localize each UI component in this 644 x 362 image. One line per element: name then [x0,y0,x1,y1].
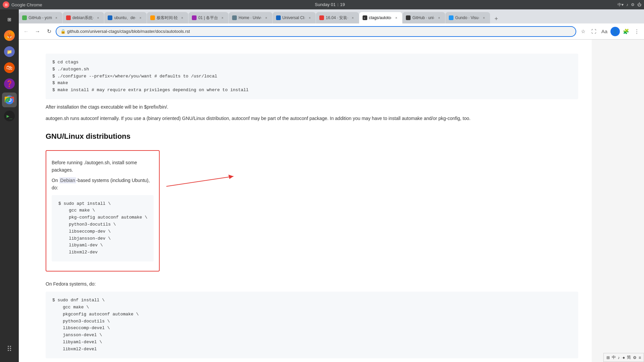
tab-close-10[interactable]: × [436,15,442,20]
tab-close-8[interactable]: × [350,15,356,20]
tab-label: Universal Ct· [282,15,306,20]
tab-label: GitHub - ycm [29,15,52,20]
ime-menu-icon[interactable]: ≡ [639,355,641,360]
tab-bar: GitHub - ycm × debian系统· × ubuntu、de· × … [19,9,644,23]
top-commands-block: $ cd ctags $ ./autogen.sh $ ./configure … [46,54,578,99]
extension-icon[interactable]: 🧩 [621,27,631,36]
account-icon[interactable]: 👤 [610,27,620,36]
annotation-arrow [166,146,247,202]
back-button[interactable]: ← [21,27,31,36]
ime-grid-icon[interactable]: ⊞ [606,355,610,360]
fedora-note: On Fedora systems, do: [46,280,578,288]
debian-note: On Debian-based systems (including Ubunt… [52,177,154,192]
tab-close-7[interactable]: × [307,15,312,20]
tab-close-4[interactable]: × [179,15,185,20]
ime-settings-icon[interactable]: ⚙ [633,355,637,360]
fedora-commands-block: $ sudo dnf install \ gcc make \ pkgconfi… [46,292,578,358]
tab-gundo[interactable]: Gundo · Visu· × [445,12,490,23]
tab-label: ubuntu、de· [114,15,136,21]
section-gnu-linux-title: GNU/Linux distributions [46,130,578,142]
tab-home[interactable]: Home · Univ· × [229,12,272,23]
tab-label: Gundo · Visu· [455,15,480,20]
fedora-commands-text: $ sudo dnf install \ gcc make \ pkgconfi… [52,297,572,353]
dock-appstore[interactable]: 🛍 [2,60,17,75]
forward-button[interactable]: → [33,27,42,36]
tab-label: ctags/autoto· [369,15,392,20]
para-autogen: autogen.sh runs autoconf internally. If … [46,115,578,122]
url-bar[interactable]: 🔒 github.com/universal-ctags/ctags/blob/… [56,26,576,37]
tab-close-5[interactable]: × [220,15,225,20]
os-bar: ⊞ Google Chrome Sunday 01：19 中▾ ♪ ⚙ ⏻ [0,0,644,9]
commands-text: $ cd ctags $ ./autogen.sh $ ./configure … [52,59,572,94]
tab-close-1[interactable]: × [54,15,59,20]
application-dock: ⊞ 🦊 📁 🛍 ❓ ▶_ ⠿ [0,9,19,362]
tab-close-3[interactable]: × [138,15,143,20]
fullscreen-icon[interactable]: ⛶ [589,27,598,36]
os-bar-left: ⊞ Google Chrome [3,1,42,8]
tab-close-6[interactable]: × [264,15,269,20]
translate-icon[interactable]: Aa [600,27,609,36]
lock-icon: 🔒 [60,29,66,34]
system-tray: 中▾ ♪ ⚙ ⏻ [618,2,641,8]
dock-activities[interactable]: ⊞ [2,12,17,27]
ime-toolbar: ⊞ 中 ♪ ·♦ 简 ⚙ ≡ [603,353,644,362]
svg-text:c: c [364,17,365,19]
network-icon[interactable]: ⚙ [631,2,635,7]
tab-github-uni[interactable]: GitHub · uni· × [402,12,445,23]
tab-01[interactable]: 01 | 各平台 × [189,12,228,23]
activities-icon[interactable]: ⊞ [3,1,9,8]
tab-github-ycm[interactable]: GitHub - ycm × [19,12,62,23]
bookmark-icon[interactable]: ☆ [578,27,588,36]
tab-close-11[interactable]: × [481,15,487,20]
power-icon[interactable]: ⏻ [637,2,641,7]
tab-label: 极客时间·轻 [157,15,178,21]
url-text: github.com/universal-ctags/ctags/blob/ma… [67,29,190,34]
dock-chrome[interactable] [2,93,17,107]
tab-label: 16.04 · 安装· [326,15,348,21]
tab-close-9[interactable]: × [393,15,399,20]
new-tab-button[interactable]: + [492,14,501,23]
volume-icon[interactable]: ♪ [626,2,628,7]
svg-line-5 [166,176,233,186]
clock: Sunday 01：19 [315,2,345,8]
refresh-button[interactable]: ↻ [44,27,54,36]
dock-show-apps[interactable]: ⠿ [2,342,17,357]
tab-ubuntu[interactable]: ubuntu、de· × [104,12,146,23]
debian-intro: Before running ./autogen.sh, install som… [52,159,154,174]
input-method[interactable]: 中▾ [618,2,624,8]
debian-highlighted-box: Before running ./autogen.sh, install som… [46,150,160,272]
ime-simplified-icon[interactable]: 简 [627,355,631,360]
tab-label: debian系统· [72,15,94,21]
app-name: Google Chrome [11,2,42,7]
tab-close-2[interactable]: × [95,15,101,20]
dock-firefox[interactable]: 🦊 [2,28,17,43]
debian-section: Before running ./autogen.sh, install som… [46,146,578,276]
tab-1604[interactable]: 16.04 · 安装· × [316,12,359,23]
ime-chinese-icon[interactable]: 中 [612,355,616,360]
tab-label: Home · Univ· [238,15,262,20]
para-prefix: After installation the ctags executable … [46,103,578,111]
dock-help[interactable]: ❓ [2,76,17,91]
menu-icon[interactable]: ⋮ [632,27,641,36]
tab-universal-ct[interactable]: Universal Ct· × [273,12,316,23]
address-bar: ← → ↻ 🔒 github.com/universal-ctags/ctags… [19,23,644,40]
svg-marker-6 [228,175,233,179]
tab-label: 01 | 各平台 [198,15,218,21]
tab-ctags-autotools[interactable]: c ctags/autoto· × [359,12,402,23]
page-content: $ cd ctags $ ./autogen.sh $ ./configure … [19,40,592,362]
ime-dot-icon[interactable]: ·♦ [622,355,625,360]
ime-tone-icon[interactable]: ♪ [618,355,620,360]
debian-commands-text: $ sudo apt install \ gcc make \ pkg-conf… [58,200,147,256]
dock-files[interactable]: 📁 [2,44,17,59]
debian-commands-block: $ sudo apt install \ gcc make \ pkg-conf… [52,195,154,261]
tab-debian[interactable]: debian系统· × [63,12,104,23]
dock-terminal[interactable]: ▶_ [2,109,17,123]
tab-label: GitHub · uni· [412,15,435,20]
tab-geek[interactable]: 极客时间·轻 × [147,12,188,23]
toolbar-right: ☆ ⛶ Aa 👤 🧩 ⋮ [578,27,641,36]
